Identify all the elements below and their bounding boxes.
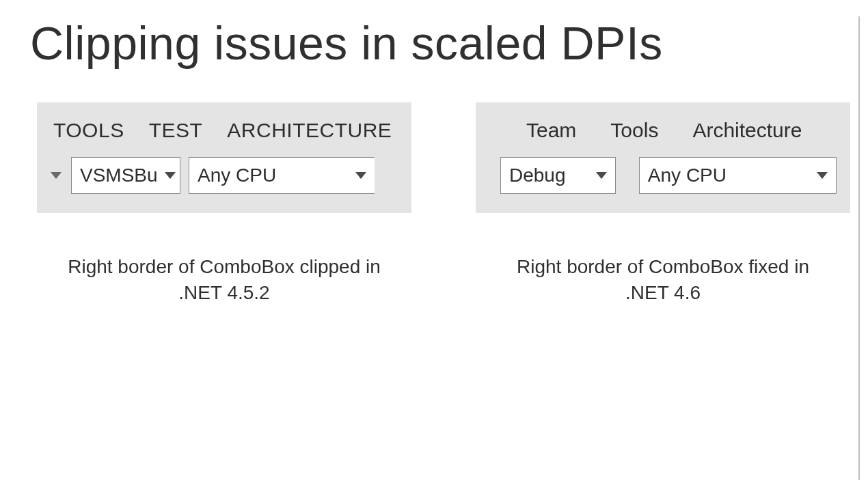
menu-row-fixed: Team Tools Architecture	[500, 119, 837, 142]
slide: Clipping issues in scaled DPIs TOOLS TES…	[0, 16, 860, 480]
toolbar-clipped: TOOLS TEST ARCHITECTURE VSMSBu Any CPU	[37, 102, 411, 213]
chevron-down-icon	[817, 172, 828, 179]
chevron-down-icon	[165, 172, 176, 179]
caption-clipped: Right border of ComboBox clipped in .NET…	[37, 254, 411, 306]
menu-item-architecture[interactable]: Architecture	[692, 119, 802, 142]
overflow-dropdown-icon[interactable]	[51, 172, 62, 179]
configuration-value: VSMSBu	[80, 165, 158, 186]
menu-item-team[interactable]: Team	[526, 119, 576, 142]
slide-title: Clipping issues in scaled DPIs	[30, 16, 858, 70]
configuration-combobox-fixed[interactable]: Debug	[500, 157, 616, 194]
caption-fixed: Right border of ComboBox fixed in .NET 4…	[476, 254, 850, 306]
platform-value: Any CPU	[648, 165, 727, 186]
chevron-down-icon	[596, 172, 607, 179]
platform-value: Any CPU	[198, 165, 276, 186]
menu-item-tools[interactable]: Tools	[610, 119, 658, 142]
menu-row-clipped: TOOLS TEST ARCHITECTURE	[51, 119, 398, 142]
configuration-combobox-clipped[interactable]: VSMSBu	[71, 157, 180, 194]
chevron-down-icon	[355, 172, 366, 179]
menu-item-architecture[interactable]: ARCHITECTURE	[227, 119, 392, 142]
examples-row: TOOLS TEST ARCHITECTURE VSMSBu Any CPU	[37, 102, 858, 306]
controls-row-clipped: VSMSBu Any CPU	[51, 157, 398, 194]
platform-combobox-fixed[interactable]: Any CPU	[639, 157, 837, 194]
menu-item-tools[interactable]: TOOLS	[53, 119, 124, 142]
platform-combobox-clipped[interactable]: Any CPU	[189, 157, 375, 194]
example-fixed: Team Tools Architecture Debug Any CPU Ri…	[476, 102, 850, 306]
toolbar-fixed: Team Tools Architecture Debug Any CPU	[476, 102, 850, 213]
menu-item-test[interactable]: TEST	[149, 119, 203, 142]
controls-row-fixed: Debug Any CPU	[500, 157, 837, 194]
configuration-value: Debug	[509, 165, 566, 186]
example-clipped: TOOLS TEST ARCHITECTURE VSMSBu Any CPU	[37, 102, 411, 306]
